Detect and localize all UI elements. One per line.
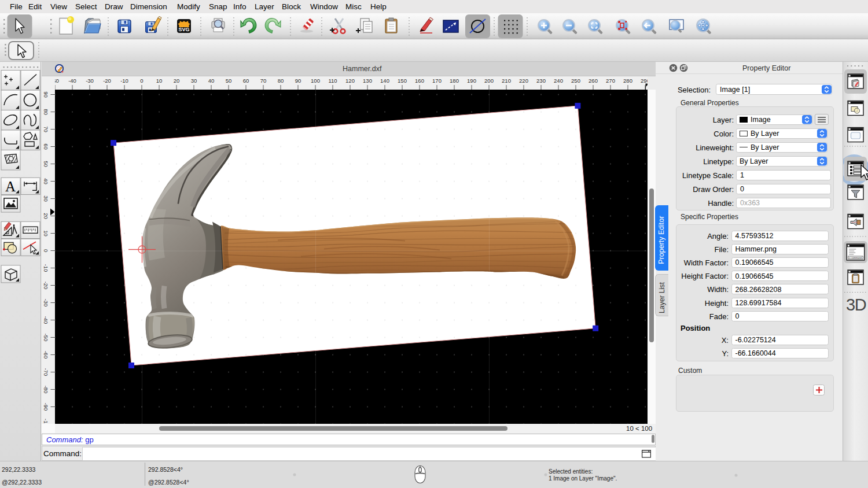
svg-text:-30: -30 (43, 298, 49, 306)
svg-text:-20: -20 (43, 281, 49, 289)
svg-text:-50: -50 (55, 77, 59, 84)
svg-text:-70: -70 (43, 368, 49, 376)
svg-text:60: 60 (43, 143, 49, 150)
svg-text:80: 80 (278, 77, 284, 84)
svg-text:0: 0 (43, 249, 49, 252)
svg-text:210: 210 (502, 77, 511, 84)
svg-text:50: 50 (43, 161, 49, 167)
svg-text:140: 140 (380, 77, 389, 84)
svg-text:20: 20 (43, 213, 49, 219)
svg-text:200: 200 (484, 77, 494, 84)
svg-text:SVG: SVG (178, 27, 189, 32)
svg-text:40: 40 (43, 178, 49, 184)
svg-text:-10: -10 (43, 264, 49, 272)
svg-text:30: 30 (43, 195, 49, 202)
svg-text:A: A (5, 179, 16, 194)
svg-text:c: command: c: command (849, 256, 862, 259)
svg-text:20: 20 (174, 77, 180, 84)
svg-text:40: 40 (208, 77, 215, 84)
svg-text:180: 180 (450, 77, 459, 84)
svg-text:110: 110 (328, 77, 337, 84)
svg-text:280: 280 (623, 77, 632, 84)
svg-text:150: 150 (398, 77, 407, 84)
svg-text:260: 260 (589, 77, 598, 84)
svg-text:-50: -50 (43, 333, 49, 341)
svg-text:220: 220 (519, 77, 528, 84)
svg-text:10: 10 (156, 77, 163, 84)
svg-text:50: 50 (226, 77, 232, 84)
svg-text:160: 160 (415, 77, 424, 84)
svg-text:90: 90 (43, 91, 49, 98)
svg-text:70: 70 (43, 126, 49, 132)
svg-text:120: 120 (345, 77, 355, 84)
svg-text:30: 30 (191, 77, 197, 84)
svg-text:-90: -90 (43, 402, 49, 411)
svg-text:190: 190 (467, 77, 476, 84)
svg-text:-40: -40 (68, 77, 76, 84)
svg-text:90: 90 (295, 77, 301, 84)
svg-text:-40: -40 (43, 316, 49, 324)
svg-text:170: 170 (432, 77, 442, 84)
svg-text:290: 290 (641, 77, 648, 84)
svg-text:-10: -10 (120, 77, 128, 84)
svg-text:60: 60 (243, 77, 249, 84)
svg-text:240: 240 (554, 77, 563, 84)
svg-text:130: 130 (363, 77, 372, 84)
svg-text:3D: 3D (846, 295, 866, 314)
svg-text:-60: -60 (43, 350, 49, 358)
svg-text:70: 70 (260, 77, 267, 84)
svg-text:-80: -80 (43, 385, 49, 393)
svg-text:-30: -30 (86, 77, 94, 84)
svg-text:270: 270 (606, 77, 615, 84)
svg-text:-20: -20 (103, 77, 111, 84)
svg-text:100: 100 (311, 77, 320, 84)
svg-text:80: 80 (43, 109, 49, 115)
svg-text:0: 0 (140, 77, 143, 84)
svg-text:250: 250 (571, 77, 580, 84)
svg-text:230: 230 (536, 77, 546, 84)
svg-text:10: 10 (43, 230, 49, 236)
